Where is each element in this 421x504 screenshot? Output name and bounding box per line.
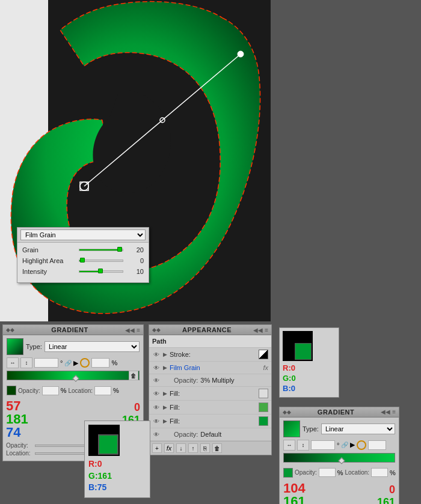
gr-opacity-input[interactable]	[319, 468, 336, 477]
opacity-input[interactable]	[42, 386, 59, 395]
intensity-row: Intensity 10	[22, 268, 144, 275]
gr-color-stop[interactable]	[283, 468, 293, 478]
grain-slider[interactable]	[79, 249, 123, 251]
fill1-row: 👁 ▶ Fill:	[149, 387, 271, 401]
gradient-right-diamond[interactable]	[338, 457, 345, 464]
ap-add-icon[interactable]: +	[152, 443, 162, 453]
ap-trash-btn[interactable]: 🗑	[212, 443, 222, 453]
pct-sign: %	[61, 387, 67, 394]
stroke-label: Stroke:	[170, 351, 255, 358]
gradient-right-controls: ↔ ↕ 29.5 ° 🔗 ▶	[283, 440, 395, 451]
reverse-btn[interactable]: ↔	[7, 357, 19, 368]
circle-indicator	[80, 358, 90, 368]
default-eye-icon[interactable]: 👁	[152, 430, 161, 439]
film-grain-select[interactable]: Film Grain	[20, 229, 146, 240]
arrow-icon: ▶	[73, 359, 78, 367]
fill3-swatch[interactable]	[259, 416, 268, 426]
gradient-right-icons: ◀◀ ≡	[381, 408, 396, 415]
path-label: Path	[152, 338, 268, 345]
panels-area: ◆◆ GRADIENT ◀◀ ≡ Type: Linear ↔ ↕ -145 °…	[0, 321, 421, 504]
gr-pct-sign2: %	[390, 469, 396, 476]
appearance-panel: ◆◆ APPEARANCE ◀◀ ≡ Path 👁 ▶ Stroke: 👁 ▶	[149, 324, 272, 455]
fill3-eye-icon[interactable]: 👁	[152, 417, 161, 425]
stroke-row: 👁 ▶ Stroke:	[149, 348, 271, 362]
film-grain-link[interactable]: Film Grain	[170, 364, 200, 371]
bot-r-label: R:	[88, 459, 97, 469]
ap-arrow-btn[interactable]: ↓	[176, 443, 186, 453]
location-row-label: Location:	[6, 450, 33, 457]
fill1-arrow-icon: ▶	[163, 390, 167, 396]
ap-double-arrow-icon: ◀◀	[253, 327, 263, 333]
stroke-arrow-icon: ▶	[163, 351, 167, 357]
stroke-swatch[interactable]	[259, 350, 268, 359]
menu-icon[interactable]: ≡	[137, 327, 140, 333]
ap-menu-icon[interactable]: ≡	[265, 327, 268, 333]
opacity-ap-label: Opacity:	[174, 377, 198, 384]
gr-flip-btn[interactable]: ↕	[297, 440, 309, 451]
gradient-right-type-label: Type:	[303, 425, 319, 433]
ap-fx-icon[interactable]: fx	[164, 443, 174, 453]
rgb-right: 104 161 56 0 161 75 Opacity: %	[280, 481, 399, 504]
film-grain-eye-icon[interactable]: 👁	[152, 363, 161, 372]
gradient-type-label: Type:	[26, 343, 42, 350]
gr-menu-icon[interactable]: ≡	[392, 408, 396, 415]
gradient-type-row: Type: Linear	[7, 338, 140, 355]
color-swatch-bottom: R:0 G:161 B:75	[84, 421, 150, 498]
left-rgb: 57 181 74	[6, 399, 28, 439]
fill2-swatch[interactable]	[259, 402, 268, 412]
opacity-row-label: Opacity:	[6, 442, 33, 449]
trash-btn[interactable]: 🗑	[129, 371, 138, 380]
swatch-b-value: 0	[291, 384, 295, 393]
gradient-right-type-select[interactable]: Linear	[321, 424, 395, 434]
intensity-label: Intensity	[22, 268, 76, 275]
gradient-controls-row: ↔ ↕ -145 ° 🔗 ▶ %	[7, 357, 140, 368]
gr-location-label: Location:	[345, 469, 369, 476]
stroke-eye-icon[interactable]: 👁	[152, 350, 161, 359]
gradient-bar[interactable]	[7, 371, 140, 380]
angle-input[interactable]: -145	[34, 358, 58, 368]
ap-copy-btn[interactable]: ⎘	[200, 443, 210, 453]
gradient-right-body: Type: Linear ↔ ↕ 29.5 ° 🔗 ▶	[280, 417, 399, 481]
path-row: Path	[149, 335, 271, 348]
canvas-area: Film Grain Grain 20 Highlight Area 0	[0, 0, 421, 321]
gr-opacity-label: Opacity:	[295, 469, 317, 476]
gr-reverse-btn[interactable]: ↔	[283, 440, 295, 451]
color-stop-left[interactable]	[7, 386, 16, 395]
film-grain-ap-row: 👁 ▶ Film Grain fx	[149, 362, 271, 374]
fill1-swatch[interactable]	[259, 389, 268, 398]
gradient-right-preview	[283, 421, 300, 437]
bot-b-label: B:	[88, 482, 97, 492]
flip-btn[interactable]: ↕	[20, 357, 32, 368]
gradient-diamond[interactable]	[72, 375, 79, 381]
location-input[interactable]	[94, 386, 111, 395]
swatch-rgb-bottom: R:0 G:161 B:75	[88, 458, 146, 494]
fill2-eye-icon[interactable]: 👁	[152, 403, 161, 411]
swatch-g-label: G:	[283, 374, 291, 383]
default-label: Opacity:	[174, 431, 198, 438]
gradient-left-title: GRADIENT	[51, 326, 88, 333]
location-label: Location:	[68, 387, 93, 394]
rgb-right-row: 104 161 56 0 161 75	[283, 482, 395, 504]
gr-location-input[interactable]	[371, 468, 388, 477]
swatch-rgb-top: R:0 G:0 B:0	[283, 363, 336, 394]
pct-input[interactable]	[91, 358, 109, 368]
rgb-r-left: 57	[6, 399, 28, 413]
gradient-left-icons: ◀◀ ≡	[125, 327, 140, 333]
gradient-left-body: Type: Linear ↔ ↕ -145 ° 🔗 ▶ %	[3, 335, 143, 398]
opacity-eye-icon[interactable]: 👁	[152, 376, 161, 384]
gr-rgb-r2: 0	[389, 484, 395, 496]
fill3-row: 👁 ▶ Fill:	[149, 414, 271, 428]
intensity-slider[interactable]	[79, 270, 123, 273]
ap-arrow-up-btn[interactable]: ↑	[188, 443, 198, 453]
default-value: Default	[200, 431, 221, 438]
fill1-eye-icon[interactable]: 👁	[152, 389, 161, 398]
link-icon: 🔗	[64, 360, 72, 366]
color-swatch-top: R:0 G:0 B:0	[279, 327, 339, 398]
gr-rgb-g2: 161	[377, 496, 395, 504]
gradient-type-select[interactable]: Linear	[45, 341, 140, 352]
swatch-inner-bottom	[98, 434, 118, 455]
gradient-right-bar[interactable]	[283, 453, 395, 463]
highlight-slider[interactable]	[79, 260, 123, 262]
gr-angle-input[interactable]: 29.5	[311, 440, 335, 450]
gr-pct-input[interactable]	[368, 440, 386, 450]
